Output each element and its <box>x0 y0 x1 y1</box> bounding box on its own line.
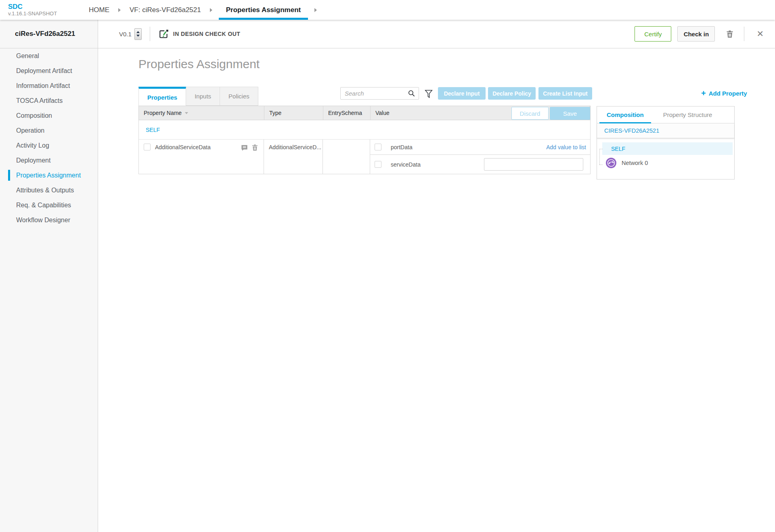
tree-connector <box>599 165 603 165</box>
search-icon[interactable] <box>408 90 415 97</box>
declare-input-button[interactable]: Declare Input <box>438 87 486 100</box>
toolbar-divider <box>150 27 150 41</box>
portdata-label: portData <box>391 144 413 150</box>
stepper-down-icon[interactable] <box>136 35 140 37</box>
servicedata-checkbox[interactable] <box>375 161 381 168</box>
close-icon: ✕ <box>756 29 764 39</box>
search-input[interactable] <box>345 90 408 97</box>
property-name-cell: AdditionalServiceData <box>139 140 264 174</box>
app-version: v.1.16.1-SNAPSHOT <box>8 10 86 17</box>
add-property-label: Add Property <box>709 90 747 97</box>
active-tab-underline <box>219 18 308 20</box>
save-button[interactable]: Save <box>550 107 590 120</box>
row-icons <box>241 144 259 152</box>
resource-name-title: ciRes-VFd26a2521 <box>0 20 98 48</box>
lifecycle-state-label: IN DESIGN CHECK OUT <box>173 31 240 37</box>
column-header-type[interactable]: Type <box>264 106 323 120</box>
main-content: Properties Assignment Properties Inputs … <box>98 48 775 532</box>
delete-version-button[interactable] <box>724 28 736 40</box>
search-box <box>340 87 419 100</box>
sidebar-item-workflow-designer[interactable]: Workflow Designer <box>0 213 98 227</box>
delete-property-icon[interactable] <box>251 144 259 152</box>
sort-arrow-icon <box>185 112 188 114</box>
table-header: Property Name Type EntrySchema Value Dis… <box>138 106 591 120</box>
table-body: SELF AdditionalServiceData <box>138 120 591 174</box>
network-node-label: Network 0 <box>622 160 648 166</box>
value-row-servicedata: serviceData <box>370 155 590 174</box>
add-property-button[interactable]: + Add Property <box>701 90 747 97</box>
app-logo-text: SDC <box>8 3 86 10</box>
servicedata-value-input[interactable] <box>484 158 583 171</box>
tab-inputs[interactable]: Inputs <box>186 87 220 106</box>
create-list-input-button[interactable]: Create List Input <box>538 87 592 100</box>
composition-panel: Composition Property Structure CIRES-VFD… <box>597 106 735 179</box>
sidebar-item-general[interactable]: General <box>0 48 98 63</box>
tree-connector <box>599 149 600 165</box>
chevron-right-icon <box>210 8 212 12</box>
sidebar-item-deployment-artifact[interactable]: Deployment Artifact <box>0 63 98 78</box>
tab-policies[interactable]: Policies <box>220 87 258 106</box>
breadcrumb-home[interactable]: HOME <box>86 0 112 20</box>
certify-button[interactable]: Certify <box>635 26 671 42</box>
tab-property-structure[interactable]: Property Structure <box>662 106 713 123</box>
filter-button[interactable] <box>423 88 434 101</box>
value-row-portdata: portData Add value to list <box>370 140 590 155</box>
breadcrumb-properties-assignment[interactable]: Properties Assignment <box>219 0 308 20</box>
properties-table: Property Name Type EntrySchema Value Dis… <box>138 106 591 174</box>
filter-funnel-icon <box>424 89 433 99</box>
tree-node-network[interactable]: Network 0 <box>606 158 734 168</box>
chevron-right-icon <box>314 8 317 12</box>
table-row: AdditionalServiceData <box>139 140 590 174</box>
composition-panel-tabs: Composition Property Structure <box>597 106 734 123</box>
version-stepper[interactable] <box>134 28 142 40</box>
table-group-self[interactable]: SELF <box>139 120 590 140</box>
page-title: Properties Assignment <box>138 57 260 71</box>
property-name-label: AdditionalServiceData <box>155 144 211 150</box>
sidebar-item-deployment[interactable]: Deployment <box>0 153 98 168</box>
sidebar-item-operation[interactable]: Operation <box>0 123 98 138</box>
version-label: V0.1 <box>119 31 132 38</box>
sidebar-item-attributes-outputs[interactable]: Attributes & Outputs <box>0 183 98 198</box>
toolbar-actions: Certify Check in ✕ <box>635 26 765 42</box>
property-checkbox[interactable] <box>144 144 151 150</box>
component-name-row[interactable]: CIRES-VFD26A2521 <box>597 123 734 138</box>
comment-icon[interactable] <box>241 144 248 152</box>
composition-tree: SELF Network 0 <box>597 138 734 168</box>
plus-icon: + <box>701 90 706 97</box>
network-node-icon <box>606 158 616 168</box>
sidebar-item-composition[interactable]: Composition <box>0 108 98 123</box>
app-logo[interactable]: SDC v.1.16.1-SNAPSHOT <box>0 0 86 20</box>
tree-connector <box>599 149 603 149</box>
add-value-to-list-link[interactable]: Add value to list <box>546 144 586 150</box>
top-nav: SDC v.1.16.1-SNAPSHOT HOME VF: ciRes-VFd… <box>0 0 775 20</box>
lifecycle-state: IN DESIGN CHECK OUT <box>158 29 240 39</box>
tab-composition[interactable]: Composition <box>606 106 645 123</box>
tree-node-self[interactable]: SELF <box>602 142 733 155</box>
breadcrumb-active-label: Properties Assignment <box>226 6 301 14</box>
version-toolbar: V0.1 IN DESIGN CHECK OUT Certify Check i… <box>98 20 775 48</box>
check-in-button[interactable]: Check in <box>677 26 715 42</box>
discard-button[interactable]: Discard <box>511 107 549 120</box>
sidebar-item-information-artifact[interactable]: Information Artifact <box>0 78 98 93</box>
close-button[interactable]: ✕ <box>755 27 765 40</box>
trash-icon <box>725 29 734 39</box>
toolbar-divider <box>744 27 744 41</box>
sidebar-item-properties-assignment[interactable]: Properties Assignment <box>0 168 98 183</box>
column-header-entryschema[interactable]: EntrySchema <box>323 106 371 120</box>
breadcrumb: HOME VF: ciRes-VFd26a2521 Properties Ass… <box>86 0 323 20</box>
sidebar: ciRes-VFd26a2521 General Deployment Arti… <box>0 20 98 532</box>
declare-policy-button[interactable]: Declare Policy <box>488 87 536 100</box>
sidebar-item-tosca-artifacts[interactable]: TOSCA Artifacts <box>0 93 98 108</box>
sidebar-item-activity-log[interactable]: Activity Log <box>0 138 98 153</box>
property-type-cell: AdditionalServiceD... <box>264 140 323 174</box>
stepper-up-icon[interactable] <box>136 31 140 33</box>
servicedata-label: serviceData <box>391 161 421 168</box>
column-header-property-name[interactable]: Property Name <box>139 106 264 120</box>
properties-tabs: Properties Inputs Policies <box>138 87 258 106</box>
tab-properties[interactable]: Properties <box>138 87 186 106</box>
in-design-icon <box>158 29 169 39</box>
breadcrumb-vf[interactable]: VF: ciRes-VFd26a2521 <box>127 0 203 20</box>
chevron-right-icon <box>118 8 121 12</box>
portdata-checkbox[interactable] <box>375 144 381 150</box>
sidebar-item-req-capabilities[interactable]: Req. & Capabilities <box>0 198 98 213</box>
